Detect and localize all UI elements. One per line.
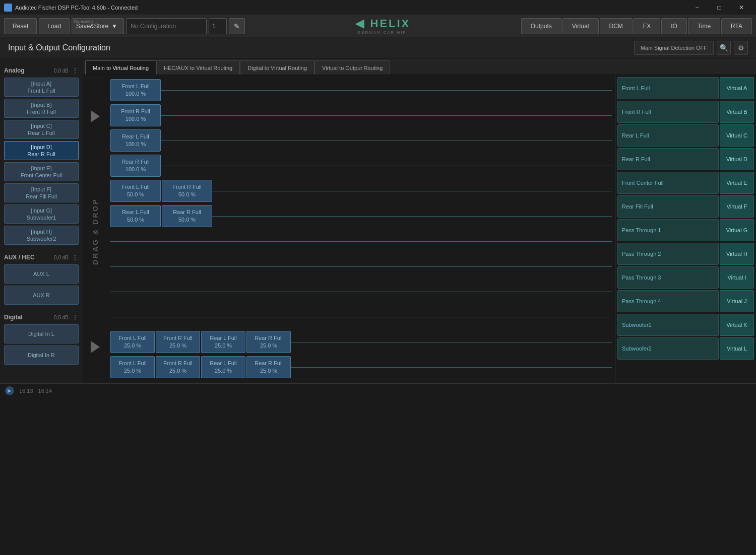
block-rl-25-l-label: Rear L Full xyxy=(210,360,236,367)
subtab-virtual-out[interactable]: Virtual to Output Routing xyxy=(314,60,390,75)
block-fl-25-l[interactable]: Front L Full 25.0 % xyxy=(110,356,155,378)
tab-fx[interactable]: FX xyxy=(634,18,660,34)
search-button[interactable]: 🔍 xyxy=(717,41,731,55)
virtual-l-id[interactable]: Virtual L xyxy=(720,337,754,360)
aux-r-button[interactable]: AUX R xyxy=(4,286,79,305)
input-g-button[interactable]: [Input G] Subwoofer1 xyxy=(4,204,79,224)
settings-button[interactable]: ⚙ xyxy=(734,41,748,55)
block-frontl-100[interactable]: Front L Full 100.0 % xyxy=(110,79,161,101)
status-time-1: 16:13 xyxy=(19,388,33,394)
digital-in-r-button[interactable]: Digital In R xyxy=(4,345,79,365)
block-fl-25-l-pct: 25.0 % xyxy=(124,367,141,375)
tab-outputs[interactable]: Outputs xyxy=(521,18,561,34)
input-a-button[interactable]: [Input A] Front L Full xyxy=(4,78,79,97)
block-rl-25-l[interactable]: Rear L Full 25.0 % xyxy=(201,356,245,378)
tab-io[interactable]: IO xyxy=(661,18,687,34)
digital-in-l-button[interactable]: Digital In L xyxy=(4,324,79,343)
input-d-button[interactable]: [Input D] Rear R Full xyxy=(4,141,79,160)
input-a-label: [Input A] xyxy=(31,80,51,87)
signal-detection-button[interactable]: Main Signal Detection OFF xyxy=(634,41,714,55)
tab-rta[interactable]: RTA xyxy=(721,18,752,34)
virtual-g-id[interactable]: Virtual G xyxy=(720,219,754,241)
minimize-button[interactable]: − xyxy=(686,3,708,13)
digital-section-header: Digital 0,0 dB ⋮ xyxy=(4,313,79,321)
subtab-main[interactable]: Main to Virtual Routing xyxy=(85,60,156,75)
virtual-h-id[interactable]: Virtual H xyxy=(720,243,754,265)
block-rearl-100-label: Rear L Full xyxy=(122,133,149,141)
virtual-e-item: Front Center Full Virtual E xyxy=(617,172,754,194)
block-rearl-100[interactable]: Rear L Full 100.0 % xyxy=(110,129,161,152)
digital-menu-icon[interactable]: ⋮ xyxy=(72,313,79,321)
block-fr-25-l-pct: 25.0 % xyxy=(169,367,186,375)
virtual-a-id[interactable]: Virtual A xyxy=(720,77,754,99)
config-name-input[interactable] xyxy=(126,18,207,34)
block-fr-25-l-label: Front R Full xyxy=(163,360,192,367)
input-e-button[interactable]: [Input E] Front Center Full xyxy=(4,162,79,181)
input-h-button[interactable]: [Input H] Subwoofer2 xyxy=(4,226,79,245)
close-button[interactable]: ✕ xyxy=(731,3,752,13)
virtual-d-id[interactable]: Virtual D xyxy=(720,148,754,170)
virtual-a-label: Front L Full xyxy=(617,77,719,99)
route-row-12: Front L Full 25.0 % Front R Full 25.0 % … xyxy=(110,355,612,379)
input-f-button[interactable]: [Input F] Rear Fill Full xyxy=(4,183,79,202)
analog-menu-icon[interactable]: ⋮ xyxy=(72,66,79,75)
block-rr-25-l-label: Rear R Full xyxy=(255,360,283,367)
virtual-a-item: Front L Full Virtual A xyxy=(617,77,754,99)
block-rearr-100[interactable]: Rear R Full 100.0 % xyxy=(110,155,161,177)
arrow-2 xyxy=(91,341,100,353)
virtual-k-id[interactable]: Virtual K xyxy=(720,314,754,336)
block-frontl-50-e[interactable]: Front L Full 50.0 % xyxy=(110,180,161,202)
input-e-sub: Front Center Full xyxy=(21,172,62,179)
block-rl-25-k[interactable]: Rear L Full 25.0 % xyxy=(201,331,245,353)
block-fr-25-k[interactable]: Front R Full 25.0 % xyxy=(156,331,200,353)
virtual-h-item: Pass Through 2 Virtual H xyxy=(617,243,754,265)
tab-time[interactable]: Time xyxy=(688,18,720,34)
virtual-b-id[interactable]: Virtual B xyxy=(720,101,754,123)
block-frontr-50-e[interactable]: Front R Full 50.0 % xyxy=(162,180,212,202)
config-number-input[interactable] xyxy=(209,18,227,34)
maximize-button[interactable]: □ xyxy=(709,3,730,13)
input-b-label: [Input B] xyxy=(31,101,52,108)
virtual-c-label: Rear L Full xyxy=(617,124,719,147)
block-frontl-50-e-label: Front L Full xyxy=(121,183,149,191)
block-rearr-50-f[interactable]: Rear R Full 50.0 % xyxy=(162,205,212,227)
load-button[interactable]: Load xyxy=(39,18,70,34)
save-dropdown-icon: ▼ xyxy=(111,23,117,30)
reset-button[interactable]: Reset xyxy=(4,18,37,34)
block-rr-25-l[interactable]: Rear R Full 25.0 % xyxy=(246,356,291,378)
block-rr-25-k[interactable]: Rear R Full 25.0 % xyxy=(246,331,291,353)
tab-virtual[interactable]: Virtual xyxy=(562,18,599,34)
virtual-b-label: Front R Full xyxy=(617,101,719,123)
block-fl-25-k[interactable]: Front L Full 25.0 % xyxy=(110,331,155,353)
subtab-digital[interactable]: Digital to Virtual Routing xyxy=(240,60,314,75)
block-frontl-100-pct: 100.0 % xyxy=(125,90,146,98)
block-frontr-50-e-label: Front R Full xyxy=(172,183,201,191)
analog-label: Analog xyxy=(4,67,25,74)
left-panel: Analog 0,0 dB ⋮ [Input A] Front L Full [… xyxy=(0,58,83,383)
nav-tabs: Outputs Virtual DCM FX IO Time RTA xyxy=(521,18,752,34)
input-c-button[interactable]: [Input C] Rear L Full xyxy=(4,120,79,139)
block-rl-25-l-pct: 25.0 % xyxy=(215,367,232,375)
block-fr-25-l[interactable]: Front R Full 25.0 % xyxy=(156,356,200,378)
block-rr-25-k-pct: 25.0 % xyxy=(260,342,277,350)
route-row-11: Front L Full 25.0 % Front R Full 25.0 % … xyxy=(110,330,612,354)
route-row-8 xyxy=(110,254,612,279)
input-b-button[interactable]: [Input B] Front R Full xyxy=(4,99,79,118)
config-edit-button[interactable]: ✎ xyxy=(229,18,245,34)
save-store-container: Overwrite Save&Store ▼ xyxy=(72,18,124,34)
block-frontr-100[interactable]: Front R Full 100.0 % xyxy=(110,104,161,126)
virtual-j-id[interactable]: Virtual J xyxy=(720,290,754,312)
virtual-i-id[interactable]: Virtual I xyxy=(720,266,754,289)
virtual-c-id[interactable]: Virtual C xyxy=(720,124,754,147)
aux-menu-icon[interactable]: ⋮ xyxy=(72,253,79,261)
block-rearl-50-f[interactable]: Rear L Full 50.0 % xyxy=(110,205,161,227)
route-row-3: Rear L Full 100.0 % xyxy=(110,128,612,153)
virtual-f-id[interactable]: Virtual F xyxy=(720,195,754,218)
helix-brand-name: ◀ HELIX xyxy=(355,17,410,30)
aux-l-button[interactable]: AUX L xyxy=(4,264,79,284)
titlebar-buttons: − □ ✕ xyxy=(686,3,752,13)
subtab-hec[interactable]: HEC/AUX to Virtual Routing xyxy=(156,60,240,75)
overwrite-label: Overwrite xyxy=(74,19,93,24)
virtual-e-id[interactable]: Virtual E xyxy=(720,172,754,194)
tab-dcm[interactable]: DCM xyxy=(600,18,633,34)
